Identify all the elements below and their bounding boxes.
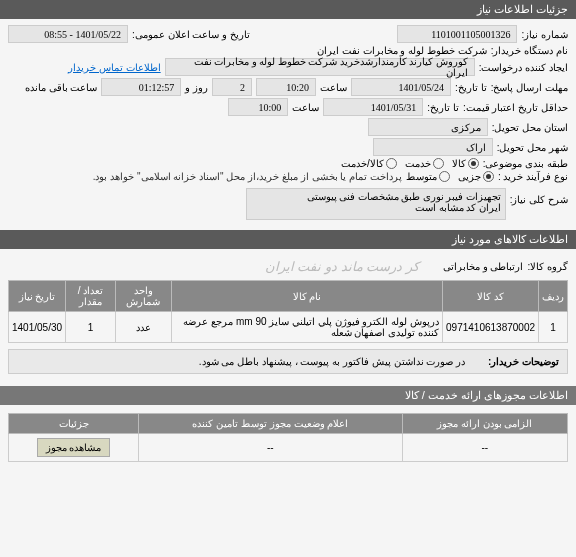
validity-time-label: ساعت bbox=[292, 102, 319, 113]
status-table: الزامی بودن ارائه مجوز اعلام وضعیت مجوز … bbox=[8, 413, 568, 462]
radio-kala-label: کالا bbox=[452, 158, 466, 169]
creator-label: ایجاد کننده درخواست: bbox=[479, 62, 568, 73]
validity-label: حداقل تاریخ اعتبار قیمت: bbox=[463, 102, 568, 113]
licenses-header: اطلاعات مجوزهای ارائه خدمت / کالا bbox=[0, 386, 576, 405]
validity-date-label: تا تاریخ: bbox=[427, 102, 459, 113]
radio-khedmat[interactable]: خدمت bbox=[405, 158, 444, 169]
cell-idx: 1 bbox=[539, 312, 568, 343]
buyer-org-value: شرکت خطوط لوله و مخابرات نفت ایران bbox=[317, 45, 487, 56]
st-h1: الزامی بودن ارائه مجوز bbox=[402, 414, 567, 434]
need-desc-label: شرح کلی نیاز: bbox=[510, 194, 568, 205]
deadline-remain-label: ساعت باقی مانده bbox=[25, 82, 98, 93]
radio-icon bbox=[439, 171, 450, 182]
deadline-date-label: تا تاریخ: bbox=[455, 82, 487, 93]
subject-class-group: کالا خدمت کالا/خدمت bbox=[341, 158, 479, 169]
licenses-title: اطلاعات مجوزهای ارائه خدمت / کالا bbox=[405, 389, 568, 401]
radio-khedmat-label: خدمت bbox=[405, 158, 431, 169]
form-area: شماره نیاز: 1101001105001326 تاریخ و ساع… bbox=[0, 19, 576, 226]
buyer-notes-table: توضیحات خریدار: در صورت نداشتن پیش فاکتو… bbox=[8, 349, 568, 374]
deadline-date[interactable]: 1401/05/24 bbox=[351, 78, 451, 96]
st-h2: اعلام وضعیت مجوز توسط تامین کننده bbox=[139, 414, 402, 434]
th-name: نام کالا bbox=[171, 281, 442, 312]
buyer-org-label: نام دستگاه خریدار: bbox=[491, 45, 568, 56]
watermark-text: کر درست ماند دو نفت ایران bbox=[245, 255, 439, 278]
radio-minor[interactable]: جزیی bbox=[458, 171, 494, 182]
validity-time[interactable]: 10:00 bbox=[228, 98, 288, 116]
items-section-header: اطلاعات کالاهای مورد نیاز bbox=[0, 230, 576, 249]
deadline-days[interactable]: 2 bbox=[212, 78, 252, 96]
radio-icon bbox=[386, 158, 397, 169]
deadline-time[interactable]: 10:20 bbox=[256, 78, 316, 96]
deadline-remain[interactable]: 01:12:57 bbox=[101, 78, 181, 96]
cell-qty: 1 bbox=[66, 312, 116, 343]
validity-date[interactable]: 1401/05/31 bbox=[323, 98, 423, 116]
radio-minor-label: جزیی bbox=[458, 171, 481, 182]
province-input[interactable]: مرکزی bbox=[368, 118, 488, 136]
status-row: -- -- مشاهده مجوز bbox=[9, 434, 568, 462]
radio-both[interactable]: کالا/خدمت bbox=[341, 158, 397, 169]
radio-both-label: کالا/خدمت bbox=[341, 158, 384, 169]
need-no-label: شماره نیاز: bbox=[521, 29, 568, 40]
city-input[interactable]: اراک bbox=[373, 138, 493, 156]
buy-process-group: جزیی متوسط bbox=[406, 171, 494, 182]
st-c2: -- bbox=[139, 434, 402, 462]
th-idx: ردیف bbox=[539, 281, 568, 312]
cell-unit: عدد bbox=[115, 312, 171, 343]
radio-medium-label: متوسط bbox=[406, 171, 437, 182]
radio-icon bbox=[483, 171, 494, 182]
need-no-input[interactable]: 1101001105001326 bbox=[397, 25, 517, 43]
deadline-days-label: روز و bbox=[185, 82, 208, 93]
buyer-notes-label: توضیحات خریدار: bbox=[488, 356, 559, 367]
province-label: استان محل تحویل: bbox=[492, 122, 568, 133]
deadline-time-label: ساعت bbox=[320, 82, 347, 93]
page-header: جزئیات اطلاعات نیاز bbox=[0, 0, 576, 19]
th-date: تاریخ نیاز bbox=[9, 281, 66, 312]
items-table: ردیف کد کالا نام کالا واحد شمارش تعداد /… bbox=[8, 280, 568, 343]
contact-link[interactable]: اطلاعات تماس خریدار bbox=[68, 62, 161, 73]
city-label: شهر محل تحویل: bbox=[497, 142, 568, 153]
items-section-title: اطلاعات کالاهای مورد نیاز bbox=[452, 233, 568, 245]
radio-icon bbox=[468, 158, 479, 169]
radio-kala[interactable]: کالا bbox=[452, 158, 479, 169]
buyer-notes-text: در صورت نداشتن پیش فاکتور به پیوست ، پیش… bbox=[199, 356, 465, 367]
st-h3: جزئیات bbox=[9, 414, 139, 434]
cell-code: 0971410613870002 bbox=[443, 312, 539, 343]
announce-input[interactable]: 1401/05/22 - 08:55 bbox=[8, 25, 128, 43]
table-row: 1 0971410613870002 درپوش لوله الکترو فیو… bbox=[9, 312, 568, 343]
st-c1: -- bbox=[402, 434, 567, 462]
radio-medium[interactable]: متوسط bbox=[406, 171, 450, 182]
creator-input[interactable]: کوروش کیارند کارمندارشدخرید شرکت خطوط لو… bbox=[165, 58, 475, 76]
st-c3: مشاهده مجوز bbox=[9, 434, 139, 462]
group-value: ارتباطی و مخابراتی bbox=[443, 261, 524, 272]
group-label: گروه کالا: bbox=[527, 261, 568, 272]
deadline-label: مهلت ارسال پاسخ: bbox=[491, 82, 568, 93]
th-code: کد کالا bbox=[443, 281, 539, 312]
need-desc-textarea[interactable]: تجهیزات فیبر نوری طبق مشخصات فنی پیوستی … bbox=[246, 188, 506, 220]
subject-class-label: طبقه بندی موضوعی: bbox=[483, 158, 568, 169]
buy-process-label: نوع فرآیند خرید : bbox=[498, 171, 568, 182]
th-qty: تعداد / مقدار bbox=[66, 281, 116, 312]
cell-date: 1401/05/30 bbox=[9, 312, 66, 343]
buy-process-note: پرداخت تمام یا بخشی از مبلغ خرید،از محل … bbox=[93, 171, 402, 182]
header-title: جزئیات اطلاعات نیاز bbox=[477, 3, 568, 15]
view-license-button[interactable]: مشاهده مجوز bbox=[37, 438, 111, 457]
radio-icon bbox=[433, 158, 444, 169]
th-unit: واحد شمارش bbox=[115, 281, 171, 312]
announce-label: تاریخ و ساعت اعلان عمومی: bbox=[132, 29, 250, 40]
cell-name: درپوش لوله الکترو فیوژن پلي اتيلني سایز … bbox=[171, 312, 442, 343]
